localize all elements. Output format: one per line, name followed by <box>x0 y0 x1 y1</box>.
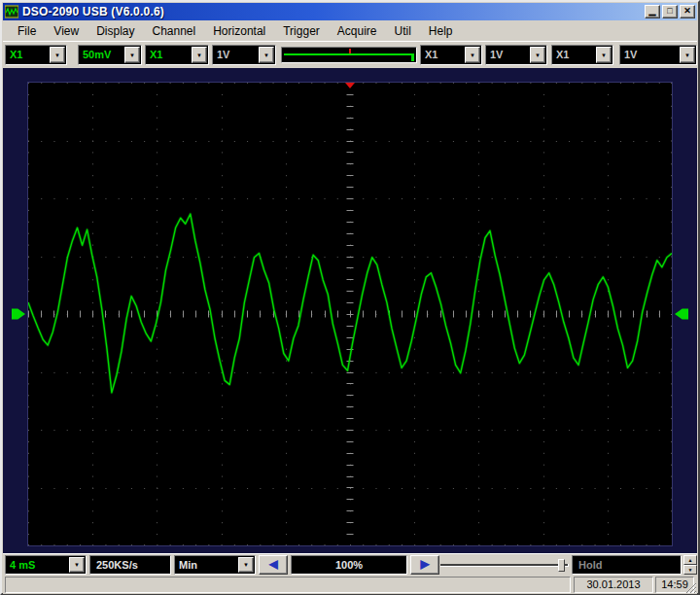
combo-value: 50mV <box>83 49 111 60</box>
dropdown-arrow-icon[interactable]: ▼ <box>596 47 612 63</box>
combo-value: X1 <box>10 49 22 60</box>
combo-value: X1 <box>150 49 162 60</box>
ch1-volts-select[interactable]: 50mV ▼ <box>78 45 142 65</box>
scrollbar-thumb[interactable] <box>558 559 565 572</box>
ch1-ground-marker-right[interactable] <box>675 307 688 321</box>
ch1-ground-marker-left[interactable] <box>12 307 25 321</box>
scroll-left-button[interactable]: ◀ <box>259 555 288 575</box>
window-title: DSO-2090 USB (V6.0.0.6) <box>22 5 164 18</box>
resize-grip[interactable] <box>683 580 697 594</box>
dropdown-arrow-icon[interactable]: ▼ <box>69 557 85 573</box>
dropdown-arrow-icon[interactable]: ▼ <box>530 47 545 63</box>
dropdown-arrow-icon[interactable]: ▼ <box>465 47 480 63</box>
combo-value: X1 <box>556 49 569 60</box>
combo-value: 1V <box>490 49 503 60</box>
dropdown-arrow-icon[interactable]: ▼ <box>259 47 274 63</box>
dropdown-arrow-icon[interactable]: ▼ <box>680 47 695 63</box>
position-scrollbar[interactable] <box>440 559 569 572</box>
zoom-level-display: 100% <box>291 555 407 575</box>
ch2-volts-select[interactable]: 1V ▼ <box>212 45 276 65</box>
bottom-bar: 4 mS ▼ 250KS/s Min ▼ ◀ 100% ▶ Hold ▲ ▼ <box>3 553 697 576</box>
ch3-probe-select[interactable]: X1 ▼ <box>420 45 482 65</box>
spin-down-button[interactable]: ▼ <box>683 565 697 575</box>
timebase-select[interactable]: 4 mS ▼ <box>5 555 87 575</box>
combo-value: 1V <box>624 49 637 60</box>
sample-rate-display: 250KS/s <box>89 555 171 575</box>
scrollbar-groove <box>440 564 569 567</box>
oscilloscope-display[interactable] <box>27 82 673 546</box>
ch2-probe-select[interactable]: X1 ▼ <box>145 45 209 65</box>
menu-item-help[interactable]: Help <box>420 22 462 40</box>
ch3-volts-select[interactable]: 1V ▼ <box>485 45 547 65</box>
app-icon <box>5 5 18 18</box>
dropdown-arrow-icon[interactable]: ▼ <box>192 47 207 63</box>
combo-value: 4 mS <box>10 559 35 571</box>
ch4-volts-select[interactable]: 1V ▼ <box>619 45 697 65</box>
scroll-right-button[interactable]: ▶ <box>410 555 439 575</box>
combo-value: 1V <box>217 49 229 60</box>
status-bar: 30.01.2013 14:59 <box>3 576 697 594</box>
title-bar[interactable]: DSO-2090 USB (V6.0.0.6) ▁ □ ✕ <box>3 3 697 20</box>
app-window: DSO-2090 USB (V6.0.0.6) ▁ □ ✕ File View … <box>0 0 700 595</box>
ch1-probe-select[interactable]: X1 ▼ <box>5 45 67 65</box>
acquire-mode-select[interactable]: Min ▼ <box>174 555 256 575</box>
dropdown-arrow-icon[interactable]: ▼ <box>238 557 254 573</box>
combo-value: X1 <box>425 49 438 60</box>
trigger-position-slider[interactable] <box>281 47 417 63</box>
toolbar: X1 ▼ 50mV ▼ X1 ▼ 1V ▼ X1 ▼ 1V ▼ X1 <box>3 41 697 68</box>
menu-item-horizontal[interactable]: Horizontal <box>204 22 274 40</box>
window-controls: ▁ □ ✕ <box>645 5 695 18</box>
status-message-panel <box>5 577 571 593</box>
slider-level-line <box>284 53 414 55</box>
maximize-button[interactable]: □ <box>662 5 678 18</box>
waveform-canvas <box>28 83 672 545</box>
status-date: 30.01.2013 <box>574 577 653 593</box>
ch4-probe-select[interactable]: X1 ▼ <box>551 45 613 65</box>
hold-status-display: Hold <box>572 555 682 575</box>
menu-item-acquire[interactable]: Acquire <box>329 22 386 40</box>
trigger-mark-icon <box>349 49 351 53</box>
combo-value: Min <box>179 559 197 571</box>
menu-item-util[interactable]: Util <box>386 22 420 40</box>
menu-item-file[interactable]: File <box>9 22 45 40</box>
spin-up-button[interactable]: ▲ <box>683 555 697 565</box>
dropdown-arrow-icon[interactable]: ▼ <box>50 47 65 63</box>
scope-panel <box>3 68 697 553</box>
menu-bar: File View Display Channel Horizontal Tri… <box>3 21 697 40</box>
menu-item-view[interactable]: View <box>45 22 88 40</box>
spin-control: ▲ ▼ <box>683 555 697 575</box>
dropdown-arrow-icon[interactable]: ▼ <box>124 47 140 63</box>
minimize-button[interactable]: ▁ <box>645 5 660 18</box>
menu-item-display[interactable]: Display <box>88 22 143 40</box>
slider-thumb[interactable] <box>411 53 414 61</box>
menu-item-channel[interactable]: Channel <box>144 22 205 40</box>
close-button[interactable]: ✕ <box>680 5 695 18</box>
menu-item-trigger[interactable]: Trigger <box>274 22 329 40</box>
